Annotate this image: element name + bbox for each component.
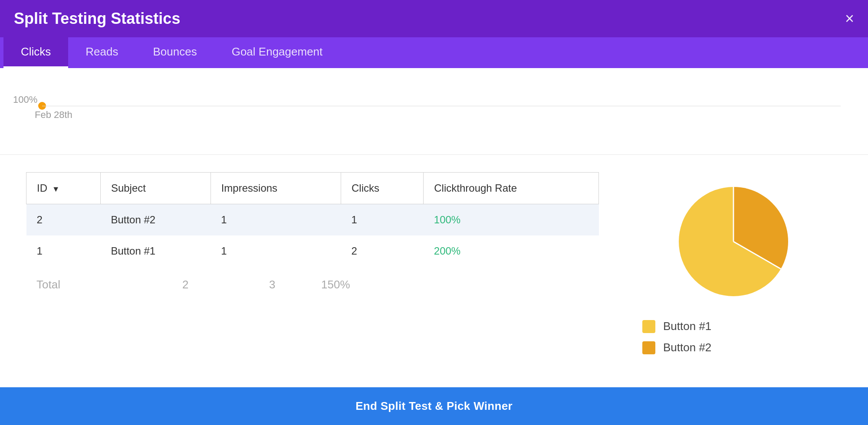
total-rate: 150% xyxy=(321,278,350,291)
legend-item-button1: Button #1 xyxy=(642,320,711,333)
pie-section: Button #1 Button #2 xyxy=(625,172,842,370)
modal-title: Split Testing Statistics xyxy=(14,10,180,28)
cell-id: 1 xyxy=(26,235,101,267)
chart-line xyxy=(42,106,841,106)
tab-bounces[interactable]: Bounces xyxy=(136,37,214,68)
legend-color-button2 xyxy=(642,341,655,354)
cell-clicks: 2 xyxy=(341,235,424,267)
pie-chart xyxy=(673,181,794,302)
cell-impressions: 1 xyxy=(210,204,341,236)
cell-id: 2 xyxy=(26,204,101,236)
cell-rate: 100% xyxy=(424,204,599,236)
table-section: ID ▼ Subject Impressions Clicks Clickthr… xyxy=(26,172,599,370)
cell-impressions: 1 xyxy=(210,235,341,267)
col-clickthrough-rate: Clickthrough Rate xyxy=(424,173,599,204)
legend-label-button1: Button #1 xyxy=(663,320,711,333)
table-row: 2 Button #2 1 1 100% xyxy=(26,204,599,236)
tab-reads[interactable]: Reads xyxy=(68,37,135,68)
data-table: ID ▼ Subject Impressions Clicks Clickthr… xyxy=(26,172,599,267)
legend-color-button1 xyxy=(642,320,655,333)
total-clicks: 3 xyxy=(269,278,321,291)
chart-y-label: 100% xyxy=(13,94,37,105)
col-clicks: Clicks xyxy=(341,173,424,204)
cell-clicks: 1 xyxy=(341,204,424,236)
cell-subject: Button #2 xyxy=(100,204,210,236)
cell-subject: Button #1 xyxy=(100,235,210,267)
close-button[interactable]: × xyxy=(845,11,854,26)
chart-area: 100% Feb 28th xyxy=(0,68,868,155)
legend-item-button2: Button #2 xyxy=(642,341,711,354)
tab-goal-engagement[interactable]: Goal Engagement xyxy=(214,37,340,68)
chart-x-label: Feb 28th xyxy=(35,109,72,121)
sort-icon: ▼ xyxy=(52,185,60,193)
modal-header: Split Testing Statistics × xyxy=(0,0,868,37)
total-label: Total xyxy=(26,278,61,291)
content-area: 100% Feb 28th ID ▼ Subject Impressions xyxy=(0,68,868,387)
chart-legend: Button #1 Button #2 xyxy=(642,320,711,354)
tab-clicks[interactable]: Clicks xyxy=(3,37,68,68)
col-subject: Subject xyxy=(100,173,210,204)
table-row: 1 Button #1 1 2 200% xyxy=(26,235,599,267)
total-impressions: 2 xyxy=(182,278,269,291)
tab-bar: Clicks Reads Bounces Goal Engagement xyxy=(0,37,868,68)
end-split-test-button[interactable]: End Split Test & Pick Winner xyxy=(355,399,513,413)
col-id[interactable]: ID ▼ xyxy=(26,173,101,204)
main-section: ID ▼ Subject Impressions Clicks Clickthr… xyxy=(0,155,868,387)
modal-container: Split Testing Statistics × Clicks Reads … xyxy=(0,0,868,425)
legend-label-button2: Button #2 xyxy=(663,341,711,354)
col-impressions: Impressions xyxy=(210,173,341,204)
footer-bar: End Split Test & Pick Winner xyxy=(0,387,868,425)
total-row: Total 2 3 150% xyxy=(26,268,599,301)
cell-rate: 200% xyxy=(424,235,599,267)
